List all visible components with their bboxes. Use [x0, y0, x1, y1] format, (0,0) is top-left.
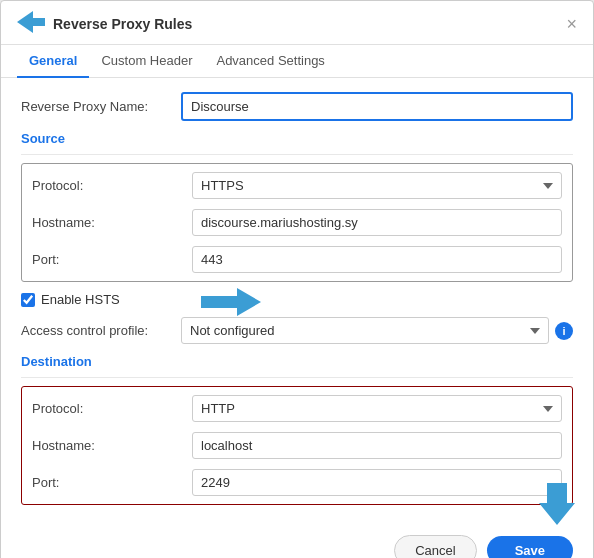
proxy-name-input[interactable] [181, 92, 573, 121]
source-divider [21, 154, 573, 155]
dest-hostname-field [192, 432, 562, 459]
dest-protocol-field: HTTP HTTPS [192, 395, 562, 422]
dest-port-row: Port: [32, 469, 562, 496]
dest-port-field [192, 469, 562, 496]
source-box: Protocol: HTTPS HTTP Hostname: Port: [21, 163, 573, 282]
dest-protocol-select[interactable]: HTTP HTTPS [192, 395, 562, 422]
access-control-label: Access control profile: [21, 323, 181, 338]
enable-hsts-checkbox-row: Enable HSTS [21, 292, 573, 307]
dest-hostname-label: Hostname: [32, 438, 192, 453]
hsts-row: Enable HSTS [21, 292, 573, 307]
source-protocol-select[interactable]: HTTPS HTTP [192, 172, 562, 199]
proxy-name-label: Reverse Proxy Name: [21, 99, 181, 114]
source-section-title: Source [21, 131, 573, 146]
destination-divider [21, 377, 573, 378]
source-protocol-row: Protocol: HTTPS HTTP [32, 172, 562, 199]
dest-protocol-row: Protocol: HTTP HTTPS [32, 395, 562, 422]
back-arrow-icon [17, 11, 45, 36]
tab-custom-header[interactable]: Custom Header [89, 45, 204, 78]
destination-section-title: Destination [21, 354, 573, 369]
source-hostname-row: Hostname: [32, 209, 562, 236]
dest-port-input[interactable] [192, 469, 562, 496]
svg-marker-1 [201, 288, 261, 316]
tab-bar: General Custom Header Advanced Settings [1, 45, 593, 78]
dest-hostname-row: Hostname: [32, 432, 562, 459]
proxy-name-row: Reverse Proxy Name: [21, 92, 573, 121]
dialog-title-row: Reverse Proxy Rules [17, 11, 192, 36]
source-protocol-label: Protocol: [32, 178, 192, 193]
enable-hsts-checkbox[interactable] [21, 293, 35, 307]
source-port-field [192, 246, 562, 273]
dest-port-label: Port: [32, 475, 192, 490]
dialog-title: Reverse Proxy Rules [53, 16, 192, 32]
source-hostname-input[interactable] [192, 209, 562, 236]
destination-box: Protocol: HTTP HTTPS Hostname: Port: [21, 386, 573, 505]
hsts-arrow-icon [201, 288, 261, 319]
access-control-select[interactable]: Not configured Basic Auth [181, 317, 549, 344]
tab-advanced-settings[interactable]: Advanced Settings [204, 45, 336, 78]
proxy-name-field-container [181, 92, 573, 121]
source-protocol-field: HTTPS HTTP [192, 172, 562, 199]
save-arrow-icon [539, 483, 575, 528]
enable-hsts-label[interactable]: Enable HSTS [41, 292, 120, 307]
dest-protocol-label: Protocol: [32, 401, 192, 416]
info-icon[interactable]: i [555, 322, 573, 340]
tab-general[interactable]: General [17, 45, 89, 78]
access-control-row: Access control profile: Not configured B… [21, 317, 573, 344]
access-control-select-wrapper: Not configured Basic Auth [181, 317, 549, 344]
access-control-container: Not configured Basic Auth i [181, 317, 573, 344]
source-port-input[interactable] [192, 246, 562, 273]
svg-marker-0 [17, 11, 45, 33]
dialog-body: Reverse Proxy Name: Source Protocol: HTT… [1, 78, 593, 525]
dialog-footer: Cancel Save [1, 525, 593, 558]
cancel-button[interactable]: Cancel [394, 535, 476, 558]
close-button[interactable]: × [566, 15, 577, 33]
dialog-header: Reverse Proxy Rules × [1, 1, 593, 45]
source-hostname-label: Hostname: [32, 215, 192, 230]
svg-marker-2 [539, 483, 575, 525]
save-button[interactable]: Save [487, 536, 573, 558]
source-port-row: Port: [32, 246, 562, 273]
reverse-proxy-dialog: Reverse Proxy Rules × General Custom Hea… [0, 0, 594, 558]
source-port-label: Port: [32, 252, 192, 267]
dest-hostname-input[interactable] [192, 432, 562, 459]
source-hostname-field [192, 209, 562, 236]
